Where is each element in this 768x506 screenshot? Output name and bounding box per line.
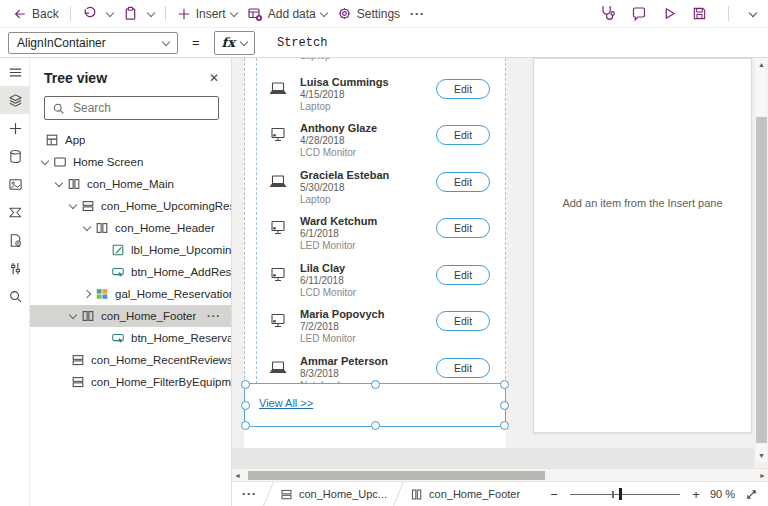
edit-button[interactable]: Edit bbox=[436, 358, 490, 378]
comments-icon[interactable] bbox=[631, 6, 647, 22]
gallery-row[interactable]: Luisa Cummings 4/15/2018 Laptop Edit bbox=[244, 76, 506, 120]
breadcrumb-con-home-footer[interactable]: con_Home_Footer bbox=[410, 488, 520, 501]
chevron-right-icon[interactable] bbox=[83, 290, 91, 298]
paste-button[interactable] bbox=[118, 2, 143, 26]
advanced-tools-rail-button[interactable] bbox=[0, 226, 30, 254]
chevron-down-icon bbox=[320, 8, 328, 16]
tree-item-lbl-home-upcomingreservations[interactable]: lbl_Home_UpcomingReservat bbox=[30, 239, 231, 261]
gallery-row[interactable]: Ward Ketchum 6/1/2018 LED Monitor Edit bbox=[244, 215, 506, 259]
formula-input[interactable]: Stretch bbox=[277, 36, 327, 50]
variables-rail-button[interactable] bbox=[0, 254, 30, 282]
selected-footer-container[interactable]: View All >> bbox=[244, 383, 506, 427]
edit-button[interactable]: Edit bbox=[436, 218, 490, 238]
selection-handle[interactable] bbox=[500, 421, 509, 430]
settings-label: Settings bbox=[357, 7, 400, 21]
edit-button[interactable]: Edit bbox=[436, 125, 490, 145]
zoom-percentage[interactable]: 90 % bbox=[710, 488, 735, 500]
tree-search-box[interactable] bbox=[44, 96, 219, 120]
button-control-icon bbox=[110, 331, 126, 345]
hamburger-menu-icon[interactable] bbox=[0, 58, 30, 86]
breadcrumb-con-home-upcomingreservations[interactable]: con_Home_Upc... bbox=[280, 488, 387, 501]
settings-button[interactable]: Settings bbox=[332, 2, 405, 26]
selection-handle[interactable] bbox=[241, 421, 250, 430]
view-all-link[interactable]: View All >> bbox=[259, 397, 313, 409]
zoom-out-button[interactable]: − bbox=[548, 487, 560, 502]
gallery-row[interactable]: Anthony Glaze 4/28/2018 LCD Monitor Edit bbox=[244, 122, 506, 166]
vertical-scrollbar[interactable]: ▲ ▼ bbox=[754, 58, 767, 462]
selection-handle[interactable] bbox=[241, 401, 250, 410]
search-icon bbox=[52, 102, 65, 115]
close-panel-button[interactable]: ✕ bbox=[209, 71, 219, 85]
tree-item-btn-home-addreservation[interactable]: btn_Home_AddReservation bbox=[30, 261, 231, 283]
tree-item-con-home-recentreviews[interactable]: con_Home_RecentReviews bbox=[30, 349, 231, 371]
search-rail-button[interactable] bbox=[0, 282, 30, 310]
play-preview-icon[interactable] bbox=[662, 6, 677, 21]
tree-item-label: con_Home_Footer bbox=[101, 310, 196, 322]
undo-dropdown[interactable] bbox=[102, 2, 118, 26]
reservation-name: Maria Popovych bbox=[300, 308, 384, 321]
scroll-up-arrow[interactable]: ▲ bbox=[758, 61, 765, 68]
fx-selector[interactable]: fx bbox=[214, 31, 255, 55]
tree-item-con-home-upcomingreservations[interactable]: con_Home_UpcomingReservations bbox=[30, 195, 231, 217]
gallery-row[interactable]: Lila Clay 6/11/2018 LCD Monitor Edit bbox=[244, 262, 506, 306]
gallery-row[interactable]: Graciela Esteban 5/30/2018 Laptop Edit bbox=[244, 169, 506, 213]
vertical-scrollbar-thumb[interactable] bbox=[756, 117, 767, 443]
insert-menu-button[interactable]: Insert bbox=[172, 2, 242, 26]
chevron-down-icon[interactable] bbox=[69, 311, 77, 319]
edit-button[interactable]: Edit bbox=[436, 79, 490, 99]
chevron-down-icon[interactable] bbox=[69, 201, 77, 209]
selection-handle[interactable] bbox=[500, 380, 509, 389]
selection-handle[interactable] bbox=[371, 380, 380, 389]
selection-handle[interactable] bbox=[241, 380, 250, 389]
save-icon[interactable] bbox=[692, 6, 707, 21]
breadcrumb-overflow-button[interactable]: ··· bbox=[242, 487, 257, 501]
edit-button[interactable]: Edit bbox=[436, 311, 490, 331]
reservation-type: LED Monitor bbox=[300, 333, 356, 345]
search-input[interactable] bbox=[71, 100, 205, 116]
zoom-slider-thumb[interactable] bbox=[619, 488, 622, 500]
toolbar-overflow-button[interactable]: ··· bbox=[405, 2, 430, 26]
app-checker-icon[interactable] bbox=[599, 5, 616, 22]
horizontal-scrollbar-thumb[interactable] bbox=[248, 471, 545, 480]
fit-to-window-icon[interactable] bbox=[745, 488, 758, 501]
undo-button[interactable] bbox=[77, 2, 102, 26]
chevron-down-icon[interactable] bbox=[55, 179, 63, 187]
edit-button[interactable]: Edit bbox=[436, 265, 490, 285]
tree-item-con-home-header[interactable]: con_Home_Header bbox=[30, 217, 231, 239]
horizontal-scrollbar[interactable]: ◄ ► bbox=[232, 468, 768, 481]
property-selector[interactable]: AlignInContainer bbox=[8, 32, 178, 54]
gallery-row[interactable]: Maria Popovych 7/2/2018 LED Monitor Edit bbox=[244, 308, 506, 352]
selection-handle[interactable] bbox=[500, 401, 509, 410]
tree-view-rail-button[interactable] bbox=[0, 86, 30, 114]
reservation-name: Lila Clay bbox=[300, 262, 345, 275]
tree-item-btn-home-reservationsview[interactable]: btn_Home_ReservationsView bbox=[30, 327, 231, 349]
tree-item-con-home-main[interactable]: con_Home_Main bbox=[30, 173, 231, 195]
tree-item-home-screen[interactable]: Home Screen bbox=[30, 151, 231, 173]
power-automate-rail-button[interactable] bbox=[0, 198, 30, 226]
save-dropdown-chevron-icon[interactable] bbox=[749, 8, 757, 16]
tree-item-gal-home-reservations[interactable]: gal_Home_Reservations bbox=[30, 283, 231, 305]
gallery-dashed-border bbox=[256, 58, 257, 384]
app-screen-empty-region[interactable]: Add an item from the Insert pane bbox=[533, 58, 752, 433]
media-rail-button[interactable] bbox=[0, 170, 30, 198]
scroll-right-arrow[interactable]: ► bbox=[759, 472, 766, 479]
back-button[interactable]: Back bbox=[8, 2, 64, 26]
reservation-type: LCD Monitor bbox=[300, 147, 356, 159]
paste-dropdown[interactable] bbox=[143, 2, 159, 26]
scroll-down-arrow[interactable]: ▼ bbox=[758, 452, 765, 459]
scroll-left-arrow[interactable]: ◄ bbox=[234, 472, 241, 479]
edit-button[interactable]: Edit bbox=[436, 172, 490, 192]
selection-handle[interactable] bbox=[371, 421, 380, 430]
data-rail-button[interactable] bbox=[0, 142, 30, 170]
tree-item-con-home-footer[interactable]: con_Home_Footer ··· bbox=[30, 305, 231, 327]
chevron-down-icon[interactable] bbox=[41, 157, 49, 165]
monitor-icon bbox=[268, 127, 288, 147]
zoom-slider[interactable] bbox=[570, 487, 680, 501]
tree-item-app[interactable]: App bbox=[30, 129, 231, 151]
insert-rail-button[interactable] bbox=[0, 114, 30, 142]
item-more-options-button[interactable]: ··· bbox=[207, 310, 231, 322]
chevron-down-icon[interactable] bbox=[83, 223, 91, 231]
add-data-menu-button[interactable]: Add data bbox=[242, 2, 332, 26]
zoom-in-button[interactable]: + bbox=[690, 487, 702, 502]
tree-item-con-home-filterbyequipment[interactable]: con_Home_FilterByEquipment bbox=[30, 371, 231, 393]
